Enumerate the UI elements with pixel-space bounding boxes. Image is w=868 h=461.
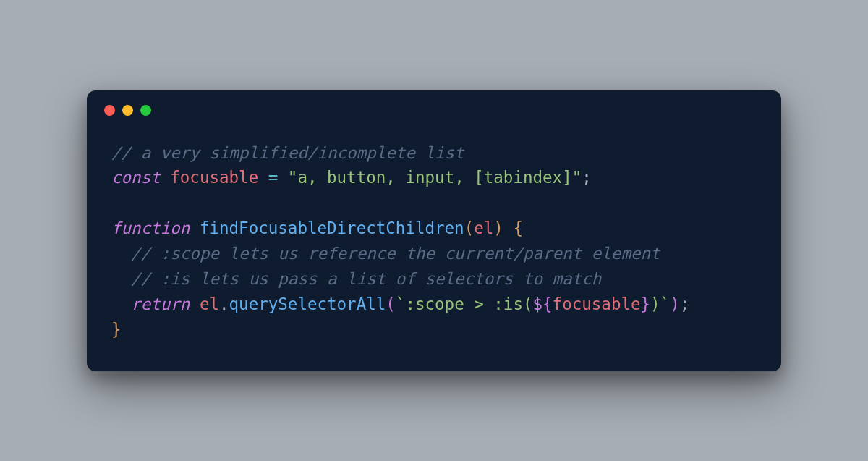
code-line: // a very simplified/incomplete list	[111, 140, 757, 166]
code-line: // :scope lets us reference the current/…	[111, 241, 757, 266]
code-token-op: =	[268, 168, 278, 187]
code-token-comment: // :is lets us pass a list of selectors …	[131, 269, 601, 288]
code-token-plain	[503, 219, 514, 237]
code-token-func: querySelectorAll	[229, 295, 386, 313]
close-icon[interactable]	[104, 105, 115, 116]
code-token-interp: focusable	[553, 295, 641, 313]
code-token-punc-gold: (	[464, 219, 475, 237]
code-line: const focusable = "a, button, input, [ta…	[111, 165, 757, 190]
code-token-punc-gold: )	[493, 219, 503, 237]
code-token-plain	[190, 295, 200, 313]
code-token-ident: el	[200, 295, 219, 313]
window-titlebar	[87, 90, 781, 120]
code-token-paren-purple: (	[386, 295, 396, 313]
code-token-keyword: const	[111, 168, 161, 187]
code-token-punc-gold: {	[513, 219, 523, 237]
code-line: function findFocusableDirectChildren(el)…	[111, 216, 757, 241]
code-token-tmpl: `:scope > :is(	[396, 295, 533, 313]
code-line: return el.querySelectorAll(`:scope > :is…	[111, 292, 757, 317]
code-token-plain	[258, 168, 268, 187]
code-token-interp-brace: ${	[533, 295, 553, 313]
code-token-plain	[190, 219, 200, 237]
code-token-ident: focusable	[170, 168, 258, 187]
code-token-keyword: return	[131, 295, 190, 313]
code-line: // :is lets us pass a list of selectors …	[111, 266, 757, 292]
code-line	[111, 190, 757, 216]
code-token-string: "a, button, input, [tabindex]"	[288, 168, 582, 187]
code-token-punc: ;	[680, 295, 690, 313]
maximize-icon[interactable]	[140, 105, 151, 116]
code-token-plain	[161, 168, 171, 187]
code-token-interp-brace: }	[641, 295, 651, 313]
code-token-func: findFocusableDirectChildren	[200, 219, 464, 237]
code-token-punc-gold: }	[111, 320, 122, 339]
code-token-keyword: function	[111, 219, 190, 237]
editor-window: // a very simplified/incomplete listcons…	[87, 90, 781, 371]
code-token-paren-purple: )	[670, 295, 680, 313]
code-token-ident: el	[474, 219, 493, 237]
code-token-tmpl: )`	[650, 295, 670, 313]
code-block: // a very simplified/incomplete listcons…	[87, 120, 781, 371]
code-token-comment: // :scope lets us reference the current/…	[131, 244, 660, 263]
code-line: }	[111, 317, 757, 342]
code-token-punc: ;	[582, 168, 592, 187]
code-token-punc: .	[219, 295, 229, 313]
code-token-comment: // a very simplified/incomplete list	[111, 143, 464, 162]
minimize-icon[interactable]	[122, 105, 133, 116]
code-token-plain	[278, 168, 288, 187]
